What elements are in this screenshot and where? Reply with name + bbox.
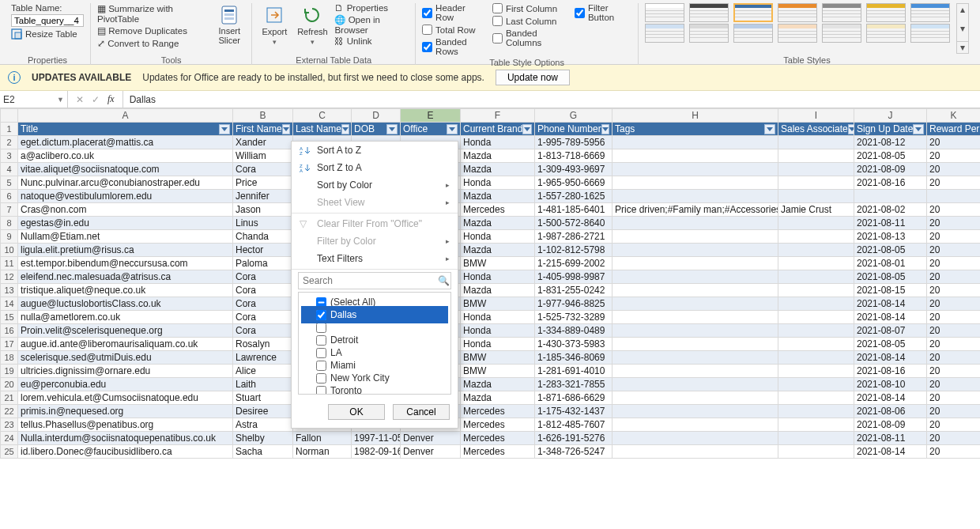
row-number[interactable]: 3 (1, 149, 18, 163)
table-header-cell[interactable]: Sign Up Date (854, 123, 927, 136)
filter-search[interactable]: 🔍 (298, 272, 451, 289)
cell[interactable] (778, 445, 854, 459)
cell[interactable]: 1-965-950-6669 (535, 176, 612, 190)
cell[interactable]: 20 (927, 432, 981, 445)
cell[interactable]: 2021-08-01 (854, 257, 927, 270)
table-header-cell[interactable]: Reward Period (927, 123, 981, 136)
cell[interactable] (612, 297, 778, 311)
cell[interactable] (612, 324, 778, 338)
row-number[interactable]: 11 (1, 257, 18, 270)
cell[interactable] (612, 432, 778, 445)
cell[interactable] (778, 163, 854, 176)
cell[interactable]: 2021-08-16 (854, 365, 927, 378)
cell[interactable]: 20 (927, 217, 981, 230)
cell[interactable]: Shelby (233, 432, 293, 445)
unlink[interactable]: ⛓ Unlink (334, 36, 409, 46)
cell[interactable] (612, 257, 778, 270)
cell[interactable]: Norman (293, 445, 352, 459)
cell[interactable]: ligula.elit.pretium@risus.ca (18, 244, 233, 257)
row-number[interactable]: 14 (1, 297, 18, 311)
refresh-button[interactable]: Refresh▾ (296, 3, 328, 54)
row-number[interactable]: 17 (1, 338, 18, 351)
cell[interactable]: 1-430-373-5983 (535, 338, 612, 351)
cell[interactable]: 2021-08-09 (854, 418, 927, 432)
cell[interactable]: 20 (927, 445, 981, 459)
cell[interactable]: Mazda (461, 149, 535, 163)
table-style-thumb[interactable] (866, 3, 906, 22)
cell[interactable]: Honda (461, 324, 535, 338)
row-number[interactable]: 4 (1, 163, 18, 176)
cell[interactable]: eleifend.nec.malesuada@atrisus.ca (18, 270, 233, 284)
opt-banded-rows[interactable]: Banded Rows (422, 37, 486, 56)
cell[interactable]: 20 (927, 338, 981, 351)
cell[interactable]: Laith (233, 378, 293, 391)
cell[interactable]: Stuart (233, 391, 293, 405)
cell[interactable]: 1-977-946-8825 (535, 297, 612, 311)
cell[interactable]: 20 (927, 378, 981, 391)
cell[interactable] (778, 311, 854, 324)
fx-icon[interactable]: fx (107, 93, 115, 105)
table-style-thumb[interactable] (778, 24, 817, 43)
cell[interactable]: 2021-08-05 (854, 270, 927, 284)
cell[interactable]: 20 (927, 311, 981, 324)
cell[interactable] (778, 365, 854, 378)
cell[interactable]: eget.dictum.placerat@mattis.ca (18, 136, 233, 149)
opt-first-column[interactable]: First Column (492, 3, 568, 13)
row-number[interactable]: 23 (1, 418, 18, 432)
cell[interactable]: Jamie Crust (778, 203, 854, 217)
cell[interactable]: egestas@in.edu (18, 217, 233, 230)
opt-total-row[interactable]: Total Row (422, 25, 486, 35)
cell[interactable] (778, 244, 854, 257)
cell[interactable]: 1-175-432-1437 (535, 405, 612, 418)
filter-dropdown-icon[interactable] (282, 124, 290, 134)
cell[interactable]: 20 (927, 405, 981, 418)
filter-search-input[interactable] (299, 273, 436, 289)
cell[interactable]: 1-995-789-5956 (535, 136, 612, 149)
table-style-thumb[interactable] (866, 24, 906, 43)
cell[interactable]: 2021-08-13 (854, 230, 927, 244)
cell[interactable]: Mazda (461, 217, 535, 230)
cell[interactable]: Alice (233, 365, 293, 378)
cell[interactable] (778, 418, 854, 432)
cell[interactable]: tristique.aliquet@neque.co.uk (18, 284, 233, 297)
table-header-cell[interactable]: Title (18, 123, 233, 136)
opt-header-row[interactable]: Header Row (422, 3, 486, 22)
ext-properties[interactable]: 🗋 Properties (334, 3, 409, 13)
cell[interactable]: 20 (927, 244, 981, 257)
cell[interactable] (778, 405, 854, 418)
filter-option[interactable]: LA (303, 346, 446, 359)
cell[interactable]: 1997-11-05 (352, 432, 401, 445)
cell[interactable]: 1-309-493-9697 (535, 163, 612, 176)
column-header[interactable]: J (854, 109, 927, 123)
update-now-button[interactable]: Update now (496, 70, 570, 85)
column-header[interactable]: K (927, 109, 981, 123)
cell[interactable] (612, 270, 778, 284)
name-box[interactable]: E2▼ (0, 91, 68, 108)
row-number[interactable]: 20 (1, 378, 18, 391)
table-header-cell[interactable]: Last Name (293, 123, 352, 136)
cell[interactable] (612, 351, 778, 365)
cell[interactable]: Mazda (461, 163, 535, 176)
sort-by-color[interactable]: Sort by Color▸ (292, 176, 458, 194)
table-style-thumb[interactable] (822, 24, 861, 43)
cell[interactable]: Nunc.pulvinar.arcu@conubianostraper.edu (18, 176, 233, 190)
cell[interactable]: 2021-08-14 (854, 391, 927, 405)
table-style-thumb[interactable] (689, 24, 729, 43)
cell[interactable] (612, 405, 778, 418)
filter-option[interactable]: Miami (303, 359, 446, 372)
table-header-cell[interactable]: DOB (352, 123, 401, 136)
column-header[interactable]: A (18, 109, 233, 123)
cell[interactable]: a@aclibero.co.uk (18, 149, 233, 163)
cell[interactable]: William (233, 149, 293, 163)
cell[interactable] (612, 311, 778, 324)
cell[interactable]: 20 (927, 176, 981, 190)
cell[interactable]: 20 (927, 163, 981, 176)
cell[interactable]: Cora (233, 163, 293, 176)
cell[interactable]: 20 (927, 257, 981, 270)
cell[interactable] (778, 351, 854, 365)
cell[interactable]: Mazda (461, 190, 535, 203)
cell[interactable] (778, 284, 854, 297)
cell[interactable]: 1-557-280-1625 (535, 190, 612, 203)
sort-a-to-z[interactable]: AZ Sort A to Z (292, 142, 458, 159)
cell[interactable] (778, 338, 854, 351)
